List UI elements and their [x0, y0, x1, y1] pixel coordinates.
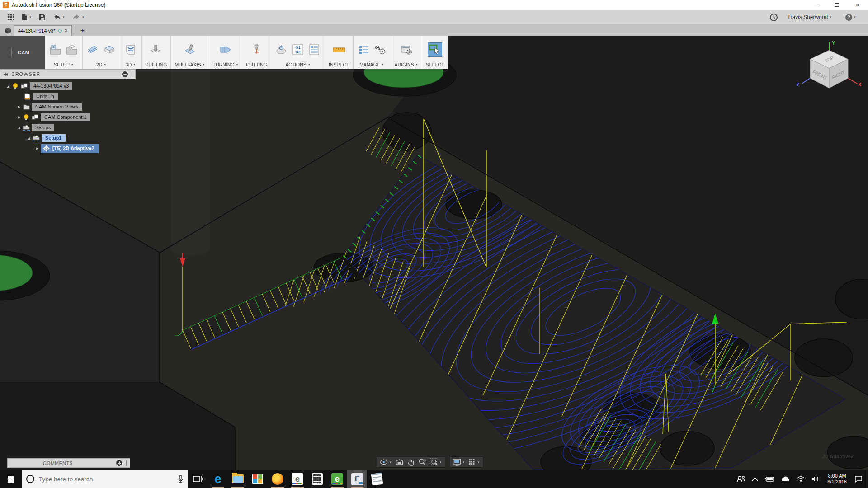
job-status-clock-icon[interactable] — [770, 14, 778, 21]
visibility-bulb-icon[interactable] — [23, 114, 30, 121]
ribbon-group-turning[interactable]: TURNING▼ — [209, 36, 242, 69]
close-button[interactable]: ✕ — [847, 0, 868, 10]
measure-ruler-icon[interactable] — [332, 43, 346, 56]
2d-adaptive-icon[interactable] — [86, 43, 100, 56]
zoom-window-button[interactable]: ▼ — [429, 457, 443, 467]
expander-closed-icon[interactable]: ▶ — [16, 105, 22, 109]
maximize-button[interactable] — [826, 0, 847, 10]
taskbar-file-explorer[interactable] — [228, 470, 248, 488]
taskbar-firefox[interactable] — [268, 470, 288, 488]
grid-layout-button[interactable]: ▼ — [467, 458, 481, 467]
add-comment-icon[interactable] — [116, 460, 122, 466]
pan-button[interactable] — [406, 458, 416, 467]
multi-axis-icon[interactable] — [183, 43, 197, 56]
network-status[interactable] — [793, 470, 808, 488]
comments-bar[interactable]: COMMENTS — [7, 458, 130, 468]
zoom-button[interactable]: ± — [417, 457, 428, 467]
tool-library-icon[interactable] — [357, 43, 371, 56]
new-tab-button[interactable]: + — [78, 25, 87, 36]
tree-row-units[interactable]: Units: in — [0, 91, 136, 102]
action-center-button[interactable] — [851, 470, 866, 488]
document-tab-active[interactable]: 44-130-P014 v3* ✕ — [14, 25, 72, 36]
taskbar-calculator[interactable] — [307, 470, 327, 488]
addins-icon[interactable] — [400, 43, 413, 56]
show-desktop-button[interactable] — [866, 470, 868, 488]
ribbon-group-select[interactable]: SELECT — [422, 36, 448, 69]
expander-open-icon[interactable]: ◢ — [26, 136, 32, 140]
ribbon-group-cutting[interactable]: CUTTING — [242, 36, 271, 69]
setup-sheet-icon[interactable] — [307, 43, 321, 56]
tree-row-named-views[interactable]: ▶ CAM Named Views — [0, 102, 136, 112]
remove-panel-icon[interactable] — [122, 71, 128, 77]
view-cube[interactable]: Y TOP FRONT RIGHT Z X — [795, 39, 863, 97]
microphone-icon[interactable] — [178, 475, 184, 483]
tree-item-label[interactable]: Setups — [32, 124, 54, 131]
tree-item-label[interactable]: CAM Component:1 — [41, 113, 90, 121]
new-folder-icon[interactable] — [65, 43, 79, 56]
drill-icon[interactable] — [149, 43, 163, 56]
taskbar-notepad[interactable] — [367, 470, 387, 488]
battery-status[interactable] — [761, 470, 778, 488]
select-tool-button[interactable] — [428, 42, 442, 57]
ribbon-group-drilling[interactable]: DRILLING — [141, 36, 170, 69]
display-settings-button[interactable]: ▼ — [451, 458, 466, 467]
expander-open-icon[interactable]: ◢ — [16, 126, 22, 130]
tree-item-label[interactable]: CAM Named Views — [32, 103, 82, 111]
taskbar-edge[interactable]: e — [208, 470, 228, 488]
minimize-button[interactable] — [806, 0, 826, 10]
taskbar-store[interactable] — [248, 470, 268, 488]
tree-row-component[interactable]: ▶ CAM Component:1 — [0, 112, 136, 122]
expander-closed-icon[interactable]: ▶ — [16, 115, 22, 119]
ribbon-group-manage[interactable]: % MANAGE▼ — [353, 36, 391, 69]
onedrive-status[interactable] — [778, 470, 793, 488]
collapse-panel-icon[interactable]: ◀◀ — [3, 72, 7, 76]
workspace-switcher[interactable]: CAM ▼ — [0, 36, 45, 69]
selected-operation-row[interactable]: [T5] 2D Adaptive2 — [41, 144, 99, 153]
tree-item-label-selected[interactable]: Setup1 — [42, 134, 66, 142]
file-menu-button[interactable]: ▼ — [18, 10, 35, 24]
expander-open-icon[interactable]: ◢ — [5, 84, 11, 88]
help-button[interactable]: ? ▼ — [842, 14, 860, 21]
taskbar-search[interactable] — [22, 470, 188, 488]
app-launcher-button[interactable] — [5, 10, 18, 24]
taskbar-app-e-light[interactable]: e — [288, 470, 307, 488]
new-setup-icon[interactable] — [49, 43, 62, 56]
save-button[interactable] — [35, 10, 49, 24]
ribbon-group-3d[interactable]: 3D▼ — [120, 36, 141, 69]
tree-item-label[interactable]: Units: in — [33, 93, 58, 100]
taskbar-app-e-green[interactable]: e — [327, 470, 347, 488]
3d-pocket-icon[interactable] — [124, 43, 137, 56]
task-view-button[interactable] — [188, 470, 208, 488]
search-input[interactable] — [39, 476, 173, 483]
tab-close-icon[interactable]: ✕ — [65, 28, 68, 33]
taskbar-clock[interactable]: 8:00 AM 6/1/2018 — [823, 470, 851, 488]
user-account-button[interactable]: Travis Sherwood ▼ — [784, 14, 836, 20]
redo-button[interactable]: ▼ — [69, 10, 88, 24]
expander-closed-icon[interactable]: ▶ — [34, 146, 40, 150]
cutting-icon[interactable] — [250, 43, 264, 56]
browser-header[interactable]: ◀◀ BROWSER — [0, 69, 136, 79]
people-button[interactable] — [733, 470, 749, 488]
visibility-bulb-icon[interactable] — [12, 83, 19, 89]
ribbon-group-multiaxis[interactable]: MULTI-AXIS▼ — [170, 36, 208, 69]
tree-item-label[interactable]: 44-130-P014 v3 — [30, 82, 72, 90]
post-library-icon[interactable]: % — [373, 43, 387, 56]
taskbar-fusion360[interactable]: F — [347, 470, 367, 488]
ribbon-group-addins[interactable]: ADD-INS▼ — [391, 36, 422, 69]
ribbon-group-setup[interactable]: SETUP▼ — [45, 36, 82, 69]
orbit-button[interactable]: ▼ — [378, 457, 393, 467]
tray-overflow-button[interactable] — [749, 470, 761, 488]
tree-row-setups[interactable]: ◢ Setups — [0, 122, 136, 133]
start-button[interactable] — [0, 470, 22, 488]
simulate-icon[interactable] — [275, 43, 288, 56]
tree-row-setup1[interactable]: ◢ Setup1 — [0, 133, 136, 143]
ribbon-group-2d[interactable]: 2D▼ — [82, 36, 120, 69]
turning-icon[interactable] — [219, 43, 232, 56]
2d-face-icon[interactable] — [103, 43, 116, 56]
volume-status[interactable] — [808, 470, 823, 488]
ribbon-group-inspect[interactable]: INSPECT — [325, 36, 353, 69]
post-process-icon[interactable]: G1G2 — [291, 43, 305, 56]
ribbon-group-actions[interactable]: G1G2 ACTIONS▼ — [271, 36, 325, 69]
look-at-button[interactable] — [394, 458, 405, 466]
undo-button[interactable]: ▼ — [49, 10, 69, 24]
